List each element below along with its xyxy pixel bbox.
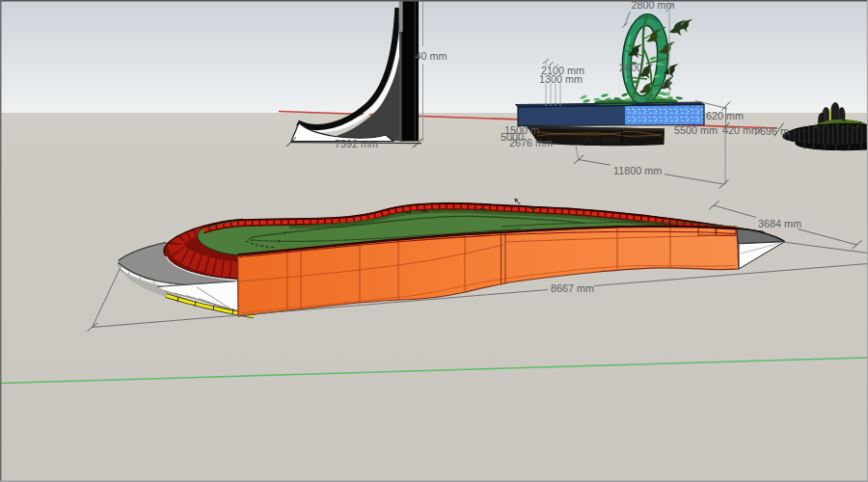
svg-text:8667 mm: 8667 mm <box>551 282 594 294</box>
svg-text:2676 mm: 2676 mm <box>509 137 553 148</box>
svg-text:3684 mm: 3684 mm <box>758 218 801 229</box>
svg-text:2800 mm: 2800 mm <box>632 0 675 11</box>
svg-text:40 mm: 40 mm <box>416 50 448 62</box>
svg-text:1300 mm: 1300 mm <box>539 73 583 85</box>
svg-text:11800 mm: 11800 mm <box>613 165 662 176</box>
svg-text:620 mm: 620 mm <box>706 110 744 121</box>
svg-text:7592 mm: 7592 mm <box>335 138 378 149</box>
svg-text:5350 mm: 5350 mm <box>576 133 619 145</box>
svg-text:2600: 2600 <box>619 62 642 73</box>
svg-text:420 mm: 420 mm <box>722 124 760 136</box>
svg-text:5500 mm: 5500 mm <box>674 124 718 136</box>
